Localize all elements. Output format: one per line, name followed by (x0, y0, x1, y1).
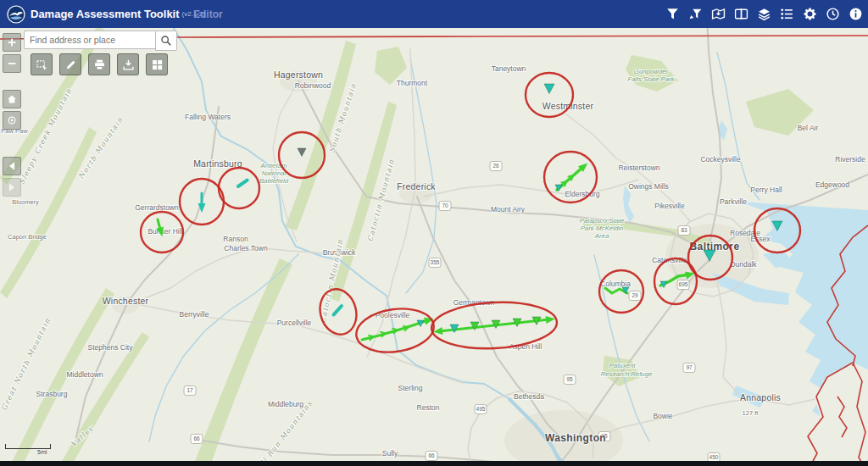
map-label: Area (594, 232, 609, 240)
route-shield: 495 (475, 405, 487, 414)
route-shield: 29 (629, 291, 641, 301)
route-shield: 95 (564, 375, 576, 385)
back-button[interactable] (3, 157, 21, 175)
map-label: Owings Mills (628, 182, 669, 191)
zoom-out-button[interactable] (3, 54, 21, 73)
map-label: Sterling (398, 384, 423, 392)
map-label: Pikesville (654, 202, 685, 210)
map-label: Capon Bridge (8, 233, 47, 241)
select-extent-icon (36, 58, 48, 71)
select-extent-button[interactable] (31, 53, 53, 75)
map-label: Columbia (600, 280, 631, 288)
swipe-panel-icon (734, 7, 748, 21)
filter-icon (665, 7, 680, 21)
map-label: Charles Town (224, 244, 268, 252)
legend-list-button[interactable] (777, 5, 796, 24)
noaa-logo (7, 5, 25, 24)
home-button[interactable] (3, 90, 21, 108)
grid-apps-button[interactable] (146, 53, 168, 75)
search-icon (160, 35, 172, 47)
map-label: Bowie (653, 412, 672, 420)
map-label: Mount Airy (491, 205, 526, 214)
map-label: Winchester (103, 296, 149, 306)
map-label: Sully (382, 449, 398, 458)
zoom-in-button[interactable] (3, 33, 21, 52)
map-label: Martinsburg (193, 158, 242, 169)
svg-text:97: 97 (686, 364, 693, 370)
svg-text:83: 83 (681, 227, 687, 233)
history-clock-button[interactable] (823, 5, 842, 24)
map-label: Gerrardstown (135, 203, 179, 212)
map-label: Essex (750, 235, 771, 243)
damage-assessment-toolkit-app: 70263558397450495959566661729695Baltimor… (0, 0, 868, 466)
map-label: Cockeysville (700, 155, 741, 164)
info-icon (849, 7, 863, 21)
map-label: Bloomery (12, 198, 39, 206)
settings-gear-button[interactable] (800, 5, 819, 24)
search-input[interactable] (24, 31, 155, 49)
svg-text:17: 17 (186, 387, 193, 393)
home-icon (6, 93, 18, 105)
back-icon (6, 160, 18, 172)
map-label: Patuxent (609, 362, 637, 369)
svg-text:26: 26 (492, 163, 499, 169)
search-button[interactable] (155, 31, 177, 51)
tab-editor[interactable]: Editor (193, 8, 223, 20)
map-export-button[interactable] (709, 5, 727, 24)
filter-clear-button[interactable] (686, 5, 704, 24)
svg-text:355: 355 (431, 259, 440, 265)
locate-icon (6, 114, 18, 126)
grid-apps-icon (151, 58, 164, 71)
map-label: Middleburg (268, 400, 303, 408)
svg-text:29: 29 (632, 292, 638, 298)
map-label: Berryville (180, 310, 209, 319)
map-nav-controls (3, 33, 21, 197)
filter-button[interactable] (663, 5, 682, 24)
draw-icon (64, 58, 77, 71)
filter-clear-icon (688, 7, 703, 21)
layers-button[interactable] (754, 5, 773, 24)
settings-gear-icon (803, 7, 817, 21)
svg-text:450: 450 (709, 454, 719, 460)
map-label: Park-McKeldin (581, 225, 624, 232)
svg-text:695: 695 (679, 281, 688, 287)
search-box (24, 31, 177, 51)
map-label: 127 ft (743, 409, 760, 417)
print-button[interactable] (88, 53, 110, 75)
route-shield: 66 (191, 435, 203, 444)
zoom-out-icon (6, 58, 18, 69)
locate-button[interactable] (3, 111, 21, 130)
route-shield: 70 (439, 202, 451, 211)
map-label: Stephens City (88, 343, 134, 352)
map-label: Patapsco State (580, 217, 626, 225)
map-label: Falling Waters (185, 113, 231, 121)
map-label: Gunpowder (634, 68, 669, 75)
map-label: Bunker Hill (147, 227, 182, 236)
route-shield: 695 (677, 280, 689, 290)
route-shield: 66 (426, 452, 437, 461)
map-label: Parkville (720, 197, 747, 206)
print-icon (93, 58, 106, 71)
map-label: Washington (545, 432, 606, 444)
map-label: Taneytown (492, 64, 526, 73)
forward-icon (6, 181, 18, 193)
app-title: Damage Assessment Toolkit (31, 8, 180, 20)
svg-text:95: 95 (566, 376, 573, 382)
route-shield: 83 (678, 226, 690, 236)
svg-text:66: 66 (193, 435, 200, 441)
zoom-in-icon (6, 36, 18, 48)
map-export-icon (711, 7, 726, 21)
map-toolbar (31, 53, 168, 75)
map-label: Eldersburg (565, 190, 599, 198)
map-label: Purcellville (277, 319, 312, 327)
forward-button[interactable] (3, 178, 21, 197)
map-label: Frederick (397, 181, 436, 191)
map-label: Hagerstown (274, 69, 323, 80)
map-label: Reisterstown (618, 164, 659, 172)
map-label: Dundalk (730, 260, 757, 269)
swipe-panel-button[interactable] (732, 5, 750, 24)
info-button[interactable] (846, 5, 865, 24)
download-button[interactable] (117, 53, 139, 75)
draw-button[interactable] (59, 53, 81, 75)
app-header: Damage Assessment Toolkit (v2.1.3) Edito… (0, 0, 868, 28)
